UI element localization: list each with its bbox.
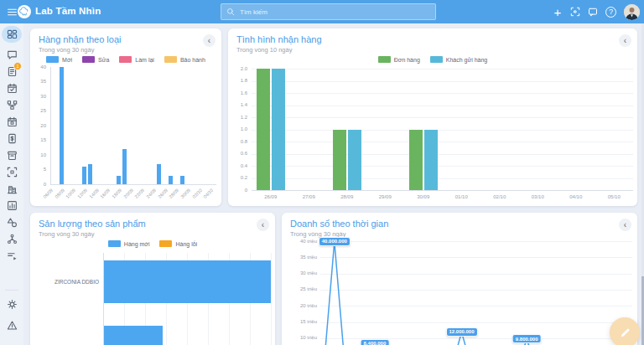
- scan-icon[interactable]: [570, 7, 580, 17]
- sidebar-item-messages[interactable]: [2, 46, 22, 63]
- scan-icon: [7, 167, 18, 178]
- sidebar-item-workflow[interactable]: [2, 96, 22, 113]
- gridline: [252, 106, 633, 106]
- sitemap-icon: [7, 100, 18, 111]
- y-tick-label: 20 triệu: [282, 303, 317, 308]
- bar-18/09[interactable]: [117, 176, 121, 185]
- legend-label: Bảo hành: [180, 57, 205, 63]
- y-tick-label: 1.0: [228, 126, 247, 131]
- legend-swatch: [119, 56, 132, 63]
- legend-item[interactable]: Sửa: [82, 56, 109, 63]
- sidebar-item-invoices[interactable]: [2, 130, 22, 147]
- y-tick-label: 20: [30, 123, 46, 128]
- legend-item[interactable]: Mới: [46, 56, 72, 63]
- x-tick-label: 28/09: [335, 194, 360, 199]
- y-tick-label: 1.4: [228, 102, 247, 107]
- collapse-chevron-icon[interactable]: ‹: [619, 34, 631, 47]
- y-tick-label: 40: [30, 64, 46, 70]
- bar-ZIRCONIA DDBIO[interactable]: [104, 260, 271, 303]
- avatar[interactable]: [624, 4, 640, 20]
- bar-CERAMILL ZOLID[interactable]: [104, 326, 163, 345]
- sidebar-item-logs[interactable]: [2, 247, 22, 264]
- bar-27/09[interactable]: [169, 176, 173, 185]
- legend-swatch: [430, 56, 443, 63]
- x-tick-label: 26/09: [258, 194, 283, 199]
- x-tick-label: 04/10: [202, 188, 214, 199]
- bar-13/09[interactable]: [88, 164, 92, 185]
- data-label[interactable]: 40.000.000: [319, 237, 351, 246]
- menu-icon[interactable]: [6, 6, 18, 18]
- y-tick-label: 40 triệu: [282, 239, 317, 244]
- search-input[interactable]: [238, 8, 430, 17]
- legend-label: Sửa: [98, 57, 109, 63]
- panel-output-by-product: Sản lượng theo sản phẩm Trong vòng 30 ng…: [30, 213, 275, 345]
- sidebar-item-alerts[interactable]: [2, 317, 22, 333]
- bar-Khách gửi hàng-28/09[interactable]: [348, 130, 361, 191]
- legend-item[interactable]: Làm lại: [119, 56, 154, 63]
- sidebar-item-archive[interactable]: [2, 147, 22, 163]
- sidebar-item-scan[interactable]: [2, 163, 22, 180]
- y-tick-label: 0.4: [228, 163, 247, 168]
- x-tick-label: 22/09: [134, 188, 146, 199]
- bar-19/09[interactable]: [122, 149, 127, 184]
- hub-icon: [7, 234, 18, 245]
- y-tick-label: 0.8: [228, 139, 247, 144]
- bar-29/09[interactable]: [180, 176, 184, 185]
- data-label[interactable]: 9.800.000: [512, 334, 542, 343]
- sidebar-item-schedule[interactable]: [2, 80, 22, 96]
- bar-Khách gửi hàng-30/09[interactable]: [424, 130, 438, 191]
- calendar-check-icon: [7, 83, 18, 94]
- sidebar-item-reports[interactable]: [2, 197, 22, 214]
- collapse-chevron-icon[interactable]: ‹: [257, 219, 269, 231]
- x-axis-line: [50, 184, 216, 185]
- bar-Đơn hàng-30/09[interactable]: [409, 130, 423, 191]
- bar-08/09[interactable]: [60, 67, 64, 184]
- bar-Khách gửi hàng-26/09[interactable]: [272, 69, 285, 190]
- y-tick-label: 5: [30, 167, 46, 172]
- search-icon: [226, 8, 235, 16]
- app-title: Lab Tầm Nhìn: [35, 6, 101, 16]
- gridline: [252, 142, 633, 142]
- y-tick-label: 15 triệu: [282, 319, 317, 324]
- legend-swatch: [164, 56, 177, 63]
- sidebar-item-documents[interactable]: 1: [2, 63, 22, 80]
- collapse-chevron-icon[interactable]: ‹: [203, 34, 216, 47]
- legend-item[interactable]: Khách gửi hàng: [430, 56, 487, 63]
- gridline: [252, 117, 633, 118]
- legend-item[interactable]: Hàng lỗi: [159, 240, 197, 247]
- y-tick-label: 0: [228, 188, 247, 193]
- x-tick-label: 20/09: [122, 188, 134, 199]
- collapse-chevron-icon[interactable]: ‹: [619, 219, 631, 231]
- x-tick-label: 12/09: [76, 188, 88, 199]
- bar-Đơn hàng-26/09[interactable]: [257, 69, 270, 190]
- legend-item[interactable]: Bảo hành: [164, 56, 205, 63]
- sidebar-item-settings[interactable]: [2, 296, 22, 312]
- chat-bubble-icon[interactable]: [588, 7, 598, 17]
- bar-12/09[interactable]: [82, 167, 86, 184]
- sidebar-item-network[interactable]: [2, 230, 22, 247]
- panel-subtitle: Trong vòng 10 ngày: [236, 46, 292, 54]
- bar-25/09[interactable]: [157, 164, 161, 185]
- legend-swatch: [46, 56, 59, 63]
- gridline: [252, 178, 633, 179]
- data-label[interactable]: 8.400.000: [361, 339, 390, 345]
- sidebar-item-dashboard[interactable]: [2, 26, 22, 43]
- legend-item[interactable]: Hàng mới: [108, 240, 150, 247]
- pencil-icon: [619, 327, 631, 339]
- sidebar-item-design[interactable]: [2, 214, 22, 230]
- x-tick-label: 30/09: [411, 194, 436, 199]
- y-axis-line: [50, 67, 51, 184]
- sidebar-item-calendar[interactable]: [2, 113, 22, 130]
- panel-subtitle: Trong vòng 30 ngày: [39, 230, 94, 238]
- building-icon: [7, 183, 18, 194]
- add-button[interactable]: +: [553, 6, 563, 18]
- sidebar-item-company[interactable]: [2, 180, 22, 197]
- edit-fab[interactable]: [610, 317, 640, 345]
- y-tick-label: 25: [30, 108, 46, 113]
- x-tick-label: 04/10: [564, 194, 589, 199]
- bar-Đơn hàng-28/09[interactable]: [333, 130, 346, 191]
- legend-item[interactable]: Đơn hàng: [378, 56, 420, 63]
- help-button[interactable]: ?: [605, 7, 616, 18]
- legend-swatch: [108, 240, 121, 247]
- data-label[interactable]: 12.000.000: [445, 327, 477, 337]
